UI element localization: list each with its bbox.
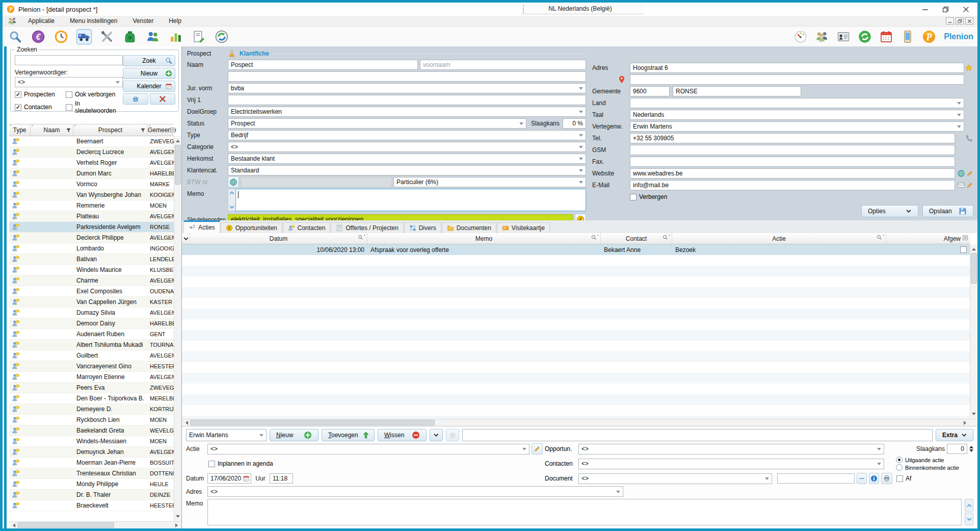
in-sleutelwoorden-checkbox[interactable]: In sleutelwoorden — [66, 100, 123, 114]
toolbar-gauge-button[interactable] — [793, 29, 808, 44]
mdi-restore-button[interactable] — [956, 17, 964, 24]
naam-filter-icon[interactable] — [66, 128, 71, 133]
prospect-row[interactable]: Exel CompositesOUDENAARDE — [9, 286, 181, 297]
scroll-down-arrow[interactable] — [174, 514, 181, 521]
prospect-filter-icon[interactable] — [140, 128, 146, 133]
document-info-button[interactable] — [869, 473, 879, 484]
prospect-row[interactable]: Demoor DaisyHARELBEKE — [9, 318, 181, 329]
doelgroep-dropdown[interactable]: Electricteitswerken — [228, 107, 586, 117]
action-contacten-dropdown[interactable]: <> — [578, 459, 884, 469]
prospect-row[interactable]: Audenaert RubenGENT — [9, 329, 181, 340]
memo-expand-icon[interactable] — [229, 204, 235, 210]
scroll-down-arrow[interactable] — [970, 411, 977, 419]
prospect-row[interactable]: Peers EvaZWEVEGEM — [9, 383, 181, 393]
contact-search-icon[interactable] — [663, 235, 668, 240]
gemeente-input[interactable]: RONSE — [673, 86, 801, 96]
open-website-icon[interactable] — [957, 169, 965, 178]
afgewerkt-checkbox[interactable] — [960, 246, 967, 253]
postcode-input[interactable]: 9600 — [630, 86, 670, 96]
grid-column-afgewerkt[interactable]: Afgew — [886, 233, 970, 244]
prospect-row[interactable]: Moerman Jean-PierreBOSSUIT — [9, 458, 181, 468]
contacten-checkbox-box[interactable] — [15, 104, 21, 111]
memo-textarea[interactable] — [235, 189, 586, 211]
uitgaande-radio[interactable]: Uitgaande actie — [896, 457, 973, 463]
grid-column-datum[interactable]: Datumˆ — [190, 233, 367, 244]
prospect-row[interactable]: Declercq LucreceAVELGEM — [9, 147, 181, 158]
grid-vscrollbar[interactable] — [970, 244, 977, 419]
memo-expand-strip[interactable] — [228, 189, 235, 211]
favorite-star-icon[interactable] — [965, 64, 973, 72]
uur-input[interactable]: 11:18 — [270, 473, 293, 484]
prospect-row[interactable]: Demeyere D.KORTRIJK — [9, 404, 181, 415]
grid-column-memo[interactable]: Memoˆ — [367, 233, 601, 244]
toolbar-users-button[interactable] — [145, 29, 161, 44]
kalender-button[interactable]: Kalender — [123, 81, 175, 92]
scroll-left-arrow[interactable] — [182, 419, 190, 426]
clear-filter-button[interactable] — [150, 93, 175, 105]
action-toevoegen-button[interactable]: Toevoegen — [322, 429, 375, 441]
btw-check-button[interactable] — [228, 176, 239, 188]
tab-offertes-projecten[interactable]: Offertes / Projecten — [331, 222, 403, 233]
vrij1-input[interactable] — [228, 95, 586, 105]
inplannen-checkbox-box[interactable] — [208, 461, 215, 467]
document-dropdown[interactable]: <> — [578, 473, 772, 484]
categorie-dropdown[interactable]: <> — [228, 142, 586, 152]
tab-visitekaartje[interactable]: Visitekaartje — [497, 222, 550, 233]
mdi-minimize-button[interactable] — [946, 17, 954, 24]
memo-collapse-icon[interactable] — [229, 190, 235, 196]
slaagkans-input[interactable]: 0 % — [563, 118, 586, 129]
action-wissen-button[interactable]: Wissen — [378, 429, 427, 441]
prospect-row[interactable]: CharmeAVELGEM — [9, 275, 181, 286]
document-extra-input[interactable] — [777, 473, 855, 484]
prospect-row[interactable]: Parkresidentie AvelgemRONSE — [9, 222, 181, 233]
tel-input[interactable]: +32 55 309805 — [630, 133, 955, 143]
herkomst-dropdown[interactable]: Bestaande klant — [228, 154, 586, 164]
mdi-close-button[interactable] — [965, 17, 973, 24]
prospect-row[interactable]: Windels-MessiaenMOEN — [9, 436, 181, 447]
inplannen-checkbox[interactable]: Inplannen in agenda — [208, 460, 273, 467]
klantencat-dropdown[interactable]: Standaard — [228, 165, 586, 175]
website-input[interactable]: www.webadres.be — [630, 168, 955, 179]
prospect-row[interactable]: Verhelst RogerAVELGEM — [9, 158, 181, 168]
email-input[interactable]: info@mail.be — [630, 180, 955, 190]
toolbar-refresh-button[interactable] — [857, 29, 872, 44]
prospect-row[interactable]: Den Boer - Tsiporkova B.MERELBEKE — [9, 393, 181, 404]
send-email-icon[interactable] — [957, 181, 965, 189]
column-header-gemeente[interactable]: ˆGemeente — [148, 124, 176, 136]
uitgaande-radio-button[interactable] — [896, 457, 903, 463]
toolbar-tools-button[interactable] — [99, 29, 115, 44]
scroll-thumb[interactable] — [190, 420, 435, 425]
menu-menu-instellingen[interactable]: Menu instellingen — [70, 17, 117, 24]
taal-dropdown[interactable]: Nederlands — [630, 110, 964, 120]
prospect-row[interactable]: RemmerieMOEN — [9, 200, 181, 211]
edit-website-icon[interactable] — [966, 170, 973, 177]
scroll-right-arrow[interactable] — [174, 522, 181, 528]
action-slaagkans-input[interactable]: 0 — [947, 444, 967, 454]
adres2-input[interactable] — [630, 74, 964, 85]
scroll-up-arrow[interactable] — [174, 136, 181, 144]
extra-button[interactable]: Extra — [936, 429, 973, 441]
binnenkomende-radio[interactable]: Binnenkomende actie — [896, 464, 973, 471]
toolbar-euro-button[interactable]: € — [31, 29, 46, 44]
action-row[interactable]: 10/06/2020 13:00Afspraak voor overleg of… — [182, 244, 970, 255]
prospect-row[interactable]: BeernaertZWEVEGEM — [9, 136, 181, 147]
prospect-row[interactable]: VormcoMARKE — [9, 179, 181, 190]
scroll-thumb[interactable] — [17, 522, 114, 528]
toolbar-flask-button[interactable] — [122, 29, 138, 44]
document-browse-button[interactable] — [857, 473, 867, 484]
slaagkans-spinner[interactable] — [969, 444, 973, 454]
prospect-row[interactable]: Dr. B. ThalerDEINZE — [9, 490, 181, 500]
land-dropdown[interactable] — [630, 98, 964, 108]
datum-search-icon[interactable] — [358, 235, 363, 240]
memo-search-icon[interactable] — [591, 235, 597, 240]
language-bar-arrows-icon[interactable] — [634, 6, 642, 12]
actie-edit-button[interactable] — [532, 443, 543, 454]
edit-email-icon[interactable] — [966, 182, 973, 189]
toolbar-truck-button[interactable] — [76, 29, 92, 44]
prospect-row[interactable]: Baekelandt GretaWEVELGEM — [9, 425, 181, 436]
grid-filter-toggle[interactable] — [182, 233, 190, 244]
in-sleutelwoorden-checkbox-box[interactable] — [66, 104, 72, 111]
prospect-row[interactable]: Trenteseaux ChristianDOTTENIJS — [9, 468, 181, 479]
prospect-row[interactable]: Windels MauriceKLUISBERGEN — [9, 265, 181, 275]
language-bar[interactable]: NL Nederlands (België) — [521, 4, 644, 14]
